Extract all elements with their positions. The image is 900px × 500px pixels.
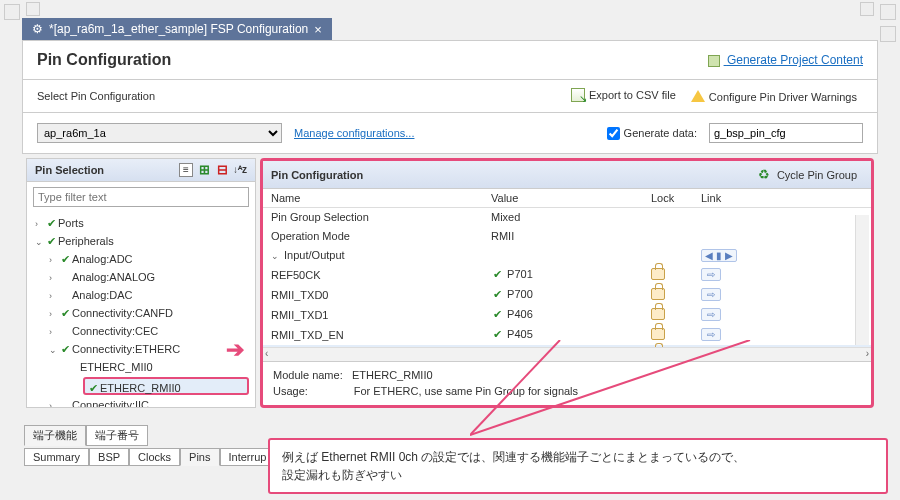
generate-project-link[interactable]: Generate Project Content [708, 53, 863, 67]
lock-icon[interactable] [651, 288, 665, 300]
v-scrollbar[interactable] [855, 215, 869, 345]
nav-buttons[interactable]: ◀ ▮ ▶ [701, 249, 737, 262]
editor-tab-title: *[ap_ra6m_1a_ether_sample] FSP Configura… [49, 22, 308, 36]
export-csv-button[interactable]: Export to CSV file [565, 86, 682, 104]
tree-item-child[interactable]: ✔ETHERC_MII0 [31, 358, 255, 376]
filter-input[interactable] [33, 187, 249, 207]
main-tab[interactable]: BSP [89, 448, 129, 466]
tree-item-child[interactable]: ✔ETHERC_RMII0 [83, 377, 249, 395]
config-select[interactable]: ap_ra6m_1a [37, 123, 282, 143]
pin-config-title: Pin Configuration [271, 169, 363, 181]
main-tab[interactable]: Summary [24, 448, 89, 466]
close-icon[interactable]: × [314, 22, 322, 37]
tree-item[interactable]: ›✔Analog:DAC [31, 286, 255, 304]
page-title: Pin Configuration [37, 51, 171, 69]
col-lock: Lock [643, 189, 693, 208]
select-pin-config-label: Select Pin Configuration [37, 90, 155, 102]
callout-arrow: ➔ [226, 337, 244, 363]
pin-row[interactable]: REF50CK✔ P701⇨ [263, 265, 871, 285]
pin-row[interactable]: RMII_RXD0✔ P702⇨ [263, 345, 871, 348]
editor-tab[interactable]: ⚙ *[ap_ra6m_1a_ether_sample] FSP Configu… [22, 18, 332, 40]
col-link: Link [693, 189, 871, 208]
link-icon[interactable]: ⇨ [701, 288, 721, 301]
annotation-box: 例えば Ethernet RMII 0ch の設定では、関連する機能端子ごとにま… [268, 438, 888, 494]
module-name-value: ETHERC_RMII0 [352, 369, 433, 381]
generate-data-check[interactable] [607, 127, 620, 140]
generate-data-value[interactable] [709, 123, 863, 143]
configure-warnings-button[interactable]: Configure Pin Driver Warnings [685, 88, 863, 106]
lock-icon[interactable] [651, 268, 665, 280]
tree-item[interactable]: ⌄✔Connectivity:ETHERC [31, 340, 255, 358]
pin-row[interactable]: ⌄ Input/Output◀ ▮ ▶ [263, 246, 871, 265]
tree-item[interactable]: ›✔Analog:ADC [31, 250, 255, 268]
warning-icon [691, 90, 705, 104]
generate-icon [708, 55, 720, 67]
link-icon[interactable]: ⇨ [701, 308, 721, 321]
lock-icon[interactable] [651, 308, 665, 320]
main-tab[interactable]: Pins [180, 448, 219, 466]
lock-icon[interactable] [651, 328, 665, 340]
list-icon[interactable] [179, 163, 193, 177]
sub-tab[interactable]: 端子番号 [86, 425, 148, 446]
h-scrollbar[interactable]: ‹› [263, 347, 871, 361]
col-name: Name [263, 189, 483, 208]
view-icon-left[interactable] [4, 4, 20, 20]
usage-value: For ETHERC, use same Pin Group for signa… [354, 385, 578, 397]
main-tab[interactable]: Clocks [129, 448, 180, 466]
sort-icon[interactable]: ↓ᴬz [233, 163, 247, 177]
cycle-pin-group-button[interactable]: ♻Cycle Pin Group [752, 165, 863, 184]
gear-icon: ⚙ [32, 22, 43, 36]
sub-tab[interactable]: 端子機能 [24, 425, 86, 446]
gen-icon[interactable] [880, 4, 896, 20]
link-icon[interactable]: ⇨ [701, 268, 721, 281]
tree-item[interactable]: ›✔Analog:ANALOG [31, 268, 255, 286]
pin-row[interactable]: RMII_TXD_EN✔ P405⇨ [263, 325, 871, 345]
manage-configs-link[interactable]: Manage configurations... [294, 127, 414, 139]
pin-row[interactable]: RMII_TXD0✔ P700⇨ [263, 285, 871, 305]
collapse-icon[interactable]: ⊟ [215, 163, 229, 177]
generate-data-checkbox[interactable]: Generate data: [607, 127, 697, 140]
pin-row[interactable]: Operation ModeRMII [263, 227, 871, 246]
tree-peripherals[interactable]: ⌄✔Peripherals [31, 232, 255, 250]
link-icon[interactable]: ⇨ [701, 328, 721, 341]
top-action-strip [22, 0, 878, 18]
recycle-icon: ♻ [758, 167, 770, 182]
tree-item[interactable]: ›✔Connectivity:CEC [31, 322, 255, 340]
view-icon-right[interactable] [880, 26, 896, 42]
pin-row[interactable]: RMII_TXD1✔ P406⇨ [263, 305, 871, 325]
col-value: Value [483, 189, 643, 208]
module-name-label: Module name: [273, 369, 343, 381]
pin-selection-title: Pin Selection [35, 164, 104, 176]
max-icon[interactable] [860, 2, 874, 16]
tree-item[interactable]: ›✔Connectivity:CANFD [31, 304, 255, 322]
tree-item[interactable]: ›✔Connectivity:IIC [31, 396, 255, 407]
csv-icon [571, 88, 585, 102]
expand-icon[interactable]: ⊞ [197, 163, 211, 177]
pin-row[interactable]: Pin Group SelectionMixed [263, 208, 871, 227]
min-icon[interactable] [26, 2, 40, 16]
usage-label: Usage: [273, 385, 308, 397]
tree-ports[interactable]: ›✔Ports [31, 214, 255, 232]
